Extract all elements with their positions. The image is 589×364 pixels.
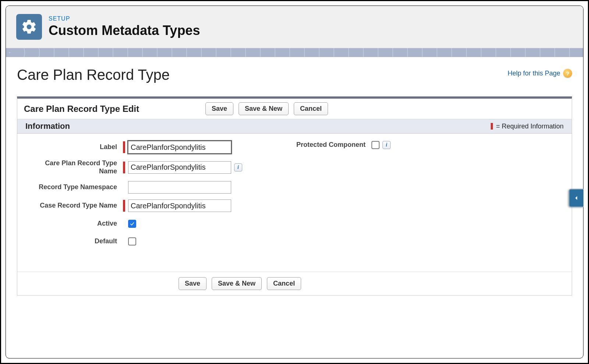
label-label: Label — [25, 143, 123, 151]
name-label: Care Plan Record Type Name — [25, 159, 123, 175]
cancel-button-bottom[interactable]: Cancel — [267, 277, 301, 290]
panel-edit-title: Care Plan Record Type Edit — [24, 104, 139, 114]
section-title: Information — [25, 121, 70, 131]
required-info-legend: = Required Information — [491, 123, 564, 130]
protected-component-checkbox[interactable] — [371, 141, 380, 149]
default-label: Default — [25, 237, 123, 245]
active-checkbox[interactable] — [128, 220, 136, 228]
setup-breadcrumb[interactable]: SETUP — [49, 15, 200, 22]
care-plan-record-type-name-input[interactable] — [128, 161, 231, 174]
required-mark-icon — [123, 141, 125, 153]
required-mark-icon — [123, 162, 125, 173]
default-checkbox[interactable] — [128, 237, 136, 245]
save-and-new-button[interactable]: Save & New — [239, 102, 289, 115]
expand-panel-tab[interactable] — [569, 189, 583, 207]
record-type-namespace-input[interactable] — [128, 181, 231, 194]
required-mark-icon — [123, 200, 125, 212]
decorative-ribbon — [6, 48, 583, 57]
info-icon[interactable]: i — [234, 163, 242, 172]
save-and-new-button-bottom[interactable]: Save & New — [212, 277, 262, 290]
gear-icon — [16, 14, 42, 40]
save-button[interactable]: Save — [205, 102, 233, 115]
edit-panel: Care Plan Record Type Edit Save Save & N… — [17, 96, 572, 296]
case-record-type-label: Case Record Type Name — [25, 202, 123, 210]
protected-component-label: Protected Component — [287, 141, 371, 149]
help-for-this-page-link[interactable]: Help for this Page — [508, 70, 560, 77]
case-record-type-name-input[interactable] — [128, 199, 231, 212]
setup-title: Custom Metadata Types — [49, 23, 200, 38]
namespace-label: Record Type Namespace — [25, 183, 123, 191]
setup-header: SETUP Custom Metadata Types — [6, 6, 583, 48]
required-mark-icon — [491, 123, 493, 130]
help-icon[interactable]: ? — [563, 69, 572, 78]
label-input[interactable] — [128, 141, 231, 153]
info-icon[interactable]: i — [382, 141, 391, 149]
save-button-bottom[interactable]: Save — [179, 277, 207, 290]
cancel-button[interactable]: Cancel — [294, 102, 328, 115]
page-title: Care Plan Record Type — [17, 67, 170, 83]
active-label: Active — [25, 220, 123, 228]
